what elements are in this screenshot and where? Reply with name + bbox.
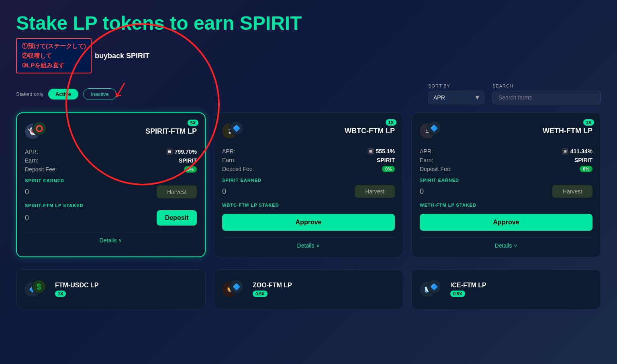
farm-title: WBTC-FTM LP [250, 127, 395, 135]
details-chevron-icon: ∨ [118, 238, 122, 243]
controls-row: Staked only Active Inactive SORT BY APR … [0, 79, 617, 112]
multiplier-badge: 1X [386, 119, 396, 126]
earn-row: Earn: SPIRIT [25, 157, 197, 164]
token-icons: 👻 ⭕ [25, 121, 49, 141]
earned-section: SPIRIT EARNED 0 Harvest [222, 178, 395, 198]
search-group: SEARCH [492, 83, 601, 104]
right-controls: SORT BY APR Multiplier Earned Total stak… [428, 83, 601, 104]
apr-number: 555.1% [376, 148, 395, 155]
annotation-line1: ①預けて(ステークして) [22, 41, 86, 51]
staked-amount: 0 [25, 214, 29, 222]
annotation-line3: ③LPを組み直す [22, 61, 86, 70]
details-text: Details [100, 237, 117, 244]
deposit-fee-row: Deposit Fee: 0% [222, 166, 395, 172]
apr-label: APR: [25, 148, 38, 155]
token-icon-ftm: 🔷 [229, 279, 244, 294]
apr-label: APR: [420, 148, 433, 155]
earned-row: 0 Harvest [222, 185, 395, 198]
approve-button[interactable]: Approve [222, 214, 395, 231]
deposit-fee-label: Deposit Fee: [420, 166, 452, 172]
card-header: Ξ 🔷 WETH-FTM LP [420, 121, 592, 141]
details-text: Details [297, 242, 315, 249]
earned-row: 0 Harvest [420, 185, 592, 198]
apr-row: APR: ⊞ 411.34% [420, 148, 592, 155]
multiplier-badge: 0.5X [253, 291, 268, 297]
page-title: Stake LP tokens to earn SPIRIT [16, 12, 601, 34]
token-icon-ftm2: 🔷 [229, 121, 244, 135]
inactive-tab[interactable]: Inactive [83, 88, 116, 100]
staked-section: WBTC-FTM LP STAKED Approve [222, 203, 395, 231]
token-icons: 🦁 🔷 [222, 279, 246, 299]
deposit-fee-label: Deposit Fee: [25, 166, 57, 173]
deposit-fee-badge: 0% [580, 166, 592, 172]
approve-button[interactable]: Approve [420, 214, 592, 231]
token-icon-ftm: 🔷 [427, 279, 441, 294]
harvest-button[interactable]: Harvest [157, 185, 197, 198]
earn-label: Earn: [25, 157, 38, 164]
apr-label: APR: [222, 148, 235, 155]
bottom-farm-title: ZOO-FTM LP 0.5X [253, 282, 292, 297]
details-text: Details [495, 242, 512, 249]
apr-icon: ⊞ [166, 148, 173, 155]
sort-wrapper: APR Multiplier Earned Total staked ▼ [428, 91, 484, 104]
details-row[interactable]: Details ∨ [25, 237, 197, 244]
apr-value: ⊞ 799.70% [166, 148, 197, 155]
apr-row: APR: ⊞ 799.70% [25, 148, 197, 155]
farm-card-spirit-ftm: 👻 ⭕ SPIRIT-FTM LP 5X APR: ⊞ 799.70% Earn… [16, 112, 206, 257]
farm-title: WETH-FTM LP [448, 127, 592, 135]
staked-label: WBTC-FTM LP STAKED [222, 203, 395, 207]
sort-group: SORT BY APR Multiplier Earned Total stak… [428, 83, 484, 104]
deposit-fee-badge: 0% [184, 166, 197, 173]
earn-value: SPIRIT [574, 157, 592, 163]
farm-card-wbtc-ftm: ₿ 🔷 WBTC-FTM LP 1X APR: ⊞ 555.1% Earn: S… [214, 112, 403, 257]
apr-value: ⊞ 555.1% [368, 148, 395, 155]
multiplier-badge: 5X [188, 120, 198, 126]
earned-row: 0 Harvest [25, 185, 197, 198]
bottom-farm-title: ICE-FTM LP 0.5X [450, 282, 486, 297]
sort-select[interactable]: APR Multiplier Earned Total staked [428, 91, 484, 104]
earned-amount: 0 [222, 187, 226, 196]
token-icon-usdc: 💲 [32, 279, 46, 294]
earned-label: SPIRIT EARNED [25, 178, 197, 183]
multiplier-badge: 1X [55, 291, 66, 297]
token-icons: ₿ 🔷 [222, 121, 246, 141]
details-row[interactable]: Details ∨ [222, 242, 395, 249]
farm-card-ice-ftm: 🧊 🔷 ICE-FTM LP 0.5X [411, 269, 601, 309]
search-label: SEARCH [492, 83, 601, 88]
deposit-fee-row: Deposit Fee: 0% [420, 166, 592, 172]
staked-only-label: Staked only [16, 91, 43, 97]
farm-card-zoo-ftm: 🦁 🔷 ZOO-FTM LP 0.5X [214, 269, 403, 309]
active-tab[interactable]: Active [48, 89, 78, 100]
earn-value: SPIRIT [377, 157, 395, 163]
search-input[interactable] [492, 91, 601, 104]
earned-label: SPIRIT EARNED [420, 178, 592, 183]
earned-amount: 0 [420, 187, 424, 196]
card-header: ₿ 🔷 WBTC-FTM LP [222, 121, 395, 141]
apr-icon: ⊞ [562, 148, 568, 155]
card-header: 👻 ⭕ SPIRIT-FTM LP [25, 121, 197, 141]
staked-section: SPIRIT-FTM LP STAKED 0 Deposit [25, 203, 197, 226]
harvest-button[interactable]: Harvest [552, 185, 592, 198]
farm-card-weth-ftm: Ξ 🔷 WETH-FTM LP 1X APR: ⊞ 411.34% Earn: … [411, 112, 601, 257]
card-stats: APR: ⊞ 799.70% Earn: SPIRIT Deposit Fee:… [25, 148, 197, 173]
apr-row: APR: ⊞ 555.1% [222, 148, 395, 155]
page-subtitle: buyback SPIRIT [95, 52, 149, 60]
farm-name: ZOO-FTM LP [253, 282, 292, 289]
token-icons: Ξ 🔷 [420, 121, 444, 141]
deposit-button[interactable]: Deposit [157, 210, 197, 226]
earn-row: Earn: SPIRIT [420, 157, 592, 163]
multiplier-badge: 0.5X [450, 291, 465, 297]
earn-value: SPIRIT [179, 157, 197, 164]
staked-row: 0 Deposit [25, 210, 197, 226]
earned-section: SPIRIT EARNED 0 Harvest [25, 178, 197, 198]
details-chevron-icon: ∨ [514, 243, 517, 248]
token-icons: 🧊 🔷 [420, 279, 444, 299]
details-row[interactable]: Details ∨ [420, 242, 592, 249]
staked-label: SPIRIT-FTM LP STAKED [25, 203, 197, 208]
earn-row: Earn: SPIRIT [222, 157, 395, 163]
deposit-fee-badge: 0% [382, 166, 395, 172]
harvest-button[interactable]: Harvest [355, 185, 395, 198]
earned-section: SPIRIT EARNED 0 Harvest [420, 178, 592, 198]
earn-label: Earn: [420, 157, 433, 163]
card-divider [25, 232, 197, 232]
